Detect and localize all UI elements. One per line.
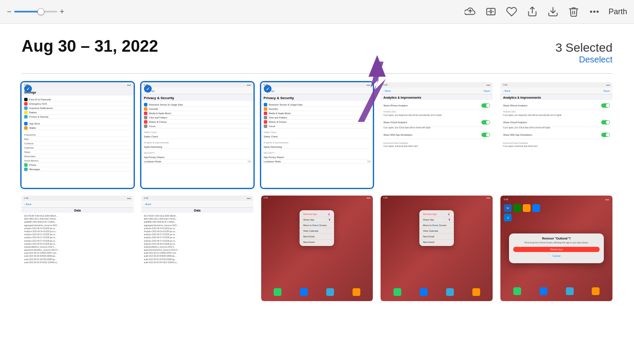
- user-name: Parth: [609, 7, 627, 16]
- homescreen-status: 5:49●●●: [381, 196, 493, 202]
- more-options-icon[interactable]: [589, 6, 600, 17]
- section-divider: [22, 73, 612, 74]
- svg-point-4: [597, 11, 598, 12]
- photo-item[interactable]: 5:49●●● O Remove App🗑 Share App⬆: [381, 196, 493, 301]
- dialog-box: Remove "Outlook"? Removing from Home Scr…: [509, 233, 604, 263]
- date-title: Aug 30 – 31, 2022: [22, 37, 158, 56]
- context-menu-event[interactable]: New Event: [300, 240, 334, 245]
- photo-item[interactable]: 5:49●●● W ☑ Remove "O: [500, 196, 612, 301]
- share-icon[interactable]: [527, 6, 538, 17]
- zoom-in-button[interactable]: +: [60, 8, 65, 16]
- context-menu-share[interactable]: Share App⬆: [419, 217, 454, 223]
- deselect-button[interactable]: Deselect: [579, 55, 612, 64]
- selected-count: 3 Selected: [556, 41, 612, 55]
- photo-grid-row1: 5:48●●● Settings Face ID & Passcode Emer…: [22, 82, 612, 188]
- main-content: Aug 30 – 31, 2022 3 Selected Deselect: [0, 24, 634, 364]
- photo-item[interactable]: 4:49●●● ‹ Back Data 6DC75C88-7C88-43CE-8…: [22, 196, 134, 301]
- favorite-icon[interactable]: [506, 6, 517, 17]
- add-to-album-icon[interactable]: [485, 6, 497, 17]
- photo-item[interactable]: 5:48●●● Settings Face ID & Passcode Emer…: [22, 82, 134, 188]
- selection-check: [264, 85, 272, 93]
- context-menu-share[interactable]: Share App⬆: [300, 217, 334, 223]
- toolbar: − + Parth: [0, 0, 634, 24]
- context-menu-calendar[interactable]: View Calendar: [300, 228, 334, 234]
- homescreen-content: O Remove App🗑 Share App⬆ Move to Home Sc…: [261, 202, 373, 301]
- selection-info: 3 Selected Deselect: [556, 37, 612, 65]
- svg-point-2: [590, 11, 592, 12]
- photo-item[interactable]: 4:49●●● ‹ Settings Privacy & Security Re…: [141, 82, 253, 188]
- header-row: Aug 30 – 31, 2022 3 Selected Deselect: [22, 37, 612, 65]
- selection-check: [144, 85, 152, 93]
- selection-check: [24, 85, 32, 93]
- zoom-controls: − +: [7, 8, 64, 16]
- upload-cloud-icon[interactable]: [465, 6, 476, 17]
- context-menu-calendar[interactable]: View Calendar: [419, 228, 454, 234]
- zoom-slider[interactable]: [14, 11, 57, 12]
- dialog-message: Removing from Home Screen will keep the …: [513, 241, 600, 244]
- status-bar: 5:48●●●: [22, 82, 134, 87]
- context-menu-remove[interactable]: Remove App🗑: [419, 212, 454, 217]
- context-menu-home[interactable]: Move to Home Screen: [300, 223, 334, 228]
- photo-item[interactable]: 4:49●●● ‹ Back Data 6DC75C88-7C88-43CE-8…: [141, 196, 253, 301]
- dialog-title: Remove "Outlook"?: [513, 237, 600, 240]
- context-menu-event[interactable]: New Event: [419, 240, 454, 245]
- context-menu: Remove App🗑 Share App⬆ Move to Home Scre…: [300, 210, 334, 246]
- photo-item[interactable]: 5:49●●● O Remove App🗑 Share Ap: [261, 196, 373, 301]
- download-icon[interactable]: [547, 6, 559, 17]
- context-menu-remove[interactable]: Remove App🗑: [300, 212, 334, 217]
- toolbar-icons: [465, 6, 600, 17]
- homescreen-dock: [261, 288, 373, 296]
- dialog-cancel-button[interactable]: Cancel: [513, 253, 600, 258]
- photo-item[interactable]: 5:49●●● ‹ BackReport Analytics & Improve…: [381, 82, 493, 188]
- homescreen-status: 5:49●●●: [261, 196, 373, 202]
- zoom-out-button[interactable]: −: [7, 8, 12, 16]
- context-menu-email[interactable]: New Email: [419, 234, 454, 240]
- context-menu: Remove App🗑 Share App⬆ Move to Home Scre…: [419, 210, 454, 246]
- svg-point-1: [490, 11, 492, 12]
- photo-item[interactable]: 4:49●●● ‹ BackReport Analytics & Improve…: [500, 82, 612, 188]
- homescreen-dock: [381, 288, 493, 296]
- homescreen-content: O Remove App🗑 Share App⬆ Move to Home Sc…: [381, 202, 493, 301]
- delete-icon[interactable]: [568, 6, 579, 17]
- context-menu-email[interactable]: New Email: [300, 234, 334, 240]
- photo-item[interactable]: 5:45●●● ‹ Settings Privacy & Security Re…: [261, 82, 373, 188]
- svg-point-3: [593, 11, 595, 12]
- dialog-confirm-button[interactable]: Delete App: [513, 247, 600, 252]
- photo-grid-row2: 4:49●●● ‹ Back Data 6DC75C88-7C88-43CE-8…: [22, 196, 612, 301]
- context-menu-home[interactable]: Move to Home Screen: [419, 223, 454, 228]
